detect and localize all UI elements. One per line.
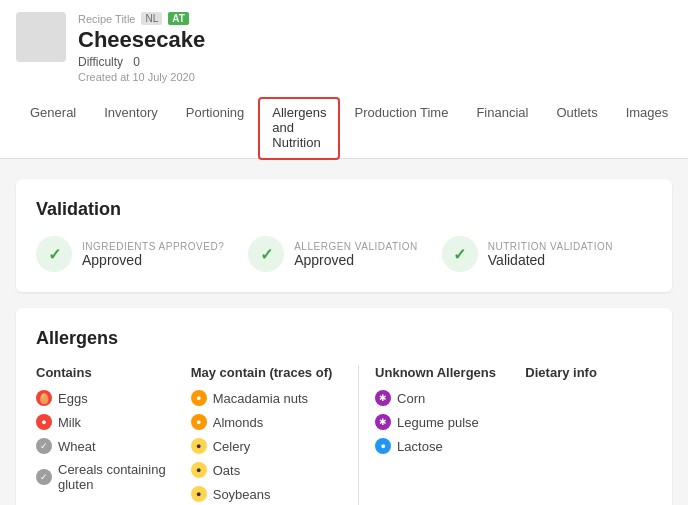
- allergen-cereals: ✓ Cereals containing gluten: [36, 462, 181, 492]
- tab-production[interactable]: Production Time: [340, 97, 462, 158]
- allergen-milk-label: Milk: [58, 415, 81, 430]
- validation-value-ingredients: Approved: [82, 252, 224, 268]
- almonds-icon: ●: [191, 414, 207, 430]
- badge-at: AT: [168, 12, 189, 25]
- allergen-corn-label: Corn: [397, 391, 425, 406]
- header-bar: Recipe Title NL AT Cheesecake Difficulty…: [0, 0, 688, 159]
- recipe-name: Cheesecake: [78, 27, 205, 53]
- recipe-title-label: Recipe Title: [78, 13, 135, 25]
- check-circle-ingredients: ✓: [36, 236, 72, 272]
- tab-general[interactable]: General: [16, 97, 90, 158]
- validation-allergen: ✓ ALLERGEN VALIDATION Approved: [248, 236, 418, 272]
- oats-icon: ●: [191, 462, 207, 478]
- check-mark-nutrition: ✓: [453, 245, 466, 264]
- tab-inventory[interactable]: Inventory: [90, 97, 171, 158]
- allergen-celery-label: Celery: [213, 439, 251, 454]
- contains-header: Contains: [36, 365, 181, 380]
- allergen-lactose-label: Lactose: [397, 439, 443, 454]
- validation-title: Validation: [36, 199, 652, 220]
- allergen-eggs: 🥚 Eggs: [36, 390, 181, 406]
- validation-value-allergen: Approved: [294, 252, 418, 268]
- recipe-info: Recipe Title NL AT Cheesecake Difficulty…: [78, 12, 205, 83]
- validation-label-allergen: ALLERGEN VALIDATION: [294, 241, 418, 252]
- allergen-almonds-label: Almonds: [213, 415, 264, 430]
- tab-allergens[interactable]: Allergens and Nutrition: [258, 97, 340, 160]
- validation-row: ✓ INGREDIENTS APPROVED? Approved ✓ ALLER…: [36, 236, 652, 272]
- macadamia-icon: ●: [191, 390, 207, 406]
- validation-text-allergen: ALLERGEN VALIDATION Approved: [294, 241, 418, 268]
- recipe-image: [16, 12, 66, 62]
- milk-icon: ●: [36, 414, 52, 430]
- allergen-cereals-label: Cereals containing gluten: [58, 462, 181, 492]
- allergen-macadamia: ● Macadamia nuts: [191, 390, 348, 406]
- tab-financial[interactable]: Financial: [462, 97, 542, 158]
- may-contain-col: May contain (traces of) ● Macadamia nuts…: [191, 365, 359, 505]
- lactose-icon: ●: [375, 438, 391, 454]
- badge-nl: NL: [141, 12, 162, 25]
- allergens-card: Allergens Contains 🥚 Eggs ● Milk ✓ Wheat: [16, 308, 672, 505]
- check-circle-nutrition: ✓: [442, 236, 478, 272]
- allergen-macadamia-label: Macadamia nuts: [213, 391, 308, 406]
- allergen-milk: ● Milk: [36, 414, 181, 430]
- unknown-header: Unknown Allergens: [375, 365, 505, 380]
- allergen-oats-label: Oats: [213, 463, 240, 478]
- check-mark-ingredients: ✓: [48, 245, 61, 264]
- recipe-meta: Recipe Title NL AT Cheesecake Difficulty…: [16, 12, 672, 93]
- tab-outlets[interactable]: Outlets: [542, 97, 611, 158]
- validation-label-nutrition: NUTRITION VALIDATION: [488, 241, 613, 252]
- allergen-soybeans-label: Soybeans: [213, 487, 271, 502]
- may-contain-header: May contain (traces of): [191, 365, 348, 380]
- unknown-col: Unknown Allergens ✱ Corn ✱ Legume pulse …: [359, 365, 515, 505]
- validation-card: Validation ✓ INGREDIENTS APPROVED? Appro…: [16, 179, 672, 292]
- egg-icon: 🥚: [36, 390, 52, 406]
- allergen-celery: ● Celery: [191, 438, 348, 454]
- wheat-icon: ✓: [36, 438, 52, 454]
- recipe-created: Created at 10 July 2020: [78, 71, 205, 83]
- soybeans-icon: ●: [191, 486, 207, 502]
- difficulty-label: Difficulty: [78, 55, 123, 69]
- content-area: Validation ✓ INGREDIENTS APPROVED? Appro…: [0, 159, 688, 505]
- allergen-lactose: ● Lactose: [375, 438, 505, 454]
- tab-images[interactable]: Images: [612, 97, 683, 158]
- check-mark-allergen: ✓: [260, 245, 273, 264]
- cereals-icon: ✓: [36, 469, 52, 485]
- validation-ingredients: ✓ INGREDIENTS APPROVED? Approved: [36, 236, 224, 272]
- legume-icon: ✱: [375, 414, 391, 430]
- contains-col: Contains 🥚 Eggs ● Milk ✓ Wheat ✓ Cereals…: [36, 365, 191, 505]
- validation-text-nutrition: NUTRITION VALIDATION Validated: [488, 241, 613, 268]
- corn-icon: ✱: [375, 390, 391, 406]
- allergen-eggs-label: Eggs: [58, 391, 88, 406]
- allergen-oats: ● Oats: [191, 462, 348, 478]
- allergen-wheat: ✓ Wheat: [36, 438, 181, 454]
- tabs: General Inventory Portioning Allergens a…: [16, 97, 672, 158]
- celery-icon: ●: [191, 438, 207, 454]
- allergen-legume-label: Legume pulse: [397, 415, 479, 430]
- validation-nutrition: ✓ NUTRITION VALIDATION Validated: [442, 236, 613, 272]
- allergen-corn: ✱ Corn: [375, 390, 505, 406]
- dietary-header: Dietary info: [525, 365, 652, 380]
- allergen-soybeans: ● Soybeans: [191, 486, 348, 502]
- allergen-wheat-label: Wheat: [58, 439, 96, 454]
- validation-label-ingredients: INGREDIENTS APPROVED?: [82, 241, 224, 252]
- allergens-title: Allergens: [36, 328, 652, 349]
- dietary-col: Dietary info: [515, 365, 652, 505]
- allergens-grid: Contains 🥚 Eggs ● Milk ✓ Wheat ✓ Cereals…: [36, 365, 652, 505]
- allergen-legume: ✱ Legume pulse: [375, 414, 505, 430]
- recipe-title-row: Recipe Title NL AT: [78, 12, 205, 25]
- validation-value-nutrition: Validated: [488, 252, 613, 268]
- check-circle-allergen: ✓: [248, 236, 284, 272]
- tab-portioning[interactable]: Portioning: [172, 97, 259, 158]
- recipe-difficulty: Difficulty 0: [78, 55, 205, 69]
- difficulty-value: 0: [133, 55, 140, 69]
- validation-text-ingredients: INGREDIENTS APPROVED? Approved: [82, 241, 224, 268]
- allergen-almonds: ● Almonds: [191, 414, 348, 430]
